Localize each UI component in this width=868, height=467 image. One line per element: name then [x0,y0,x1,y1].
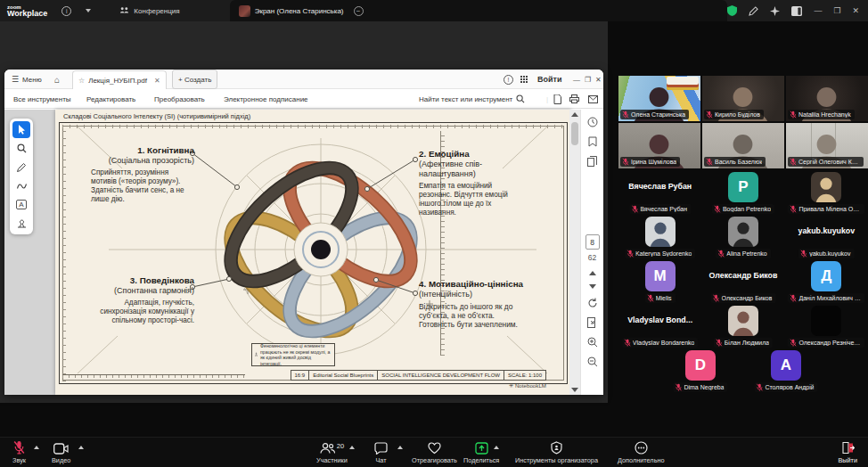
leave-meeting-button[interactable]: Выйти [838,440,857,464]
participant-video-tile[interactable]: Кирило Буділов [702,76,784,121]
muted-mic-icon [706,158,713,166]
share-options-chevron[interactable] [494,446,499,449]
search-tool-field[interactable]: Найти текст или инструмент [419,89,525,109]
close-pdf-icon[interactable]: ✕ [595,70,602,89]
participants-last-row: D Dima Negreba A Столяров Андрій [618,349,868,394]
participant-name-label: Dima Negreba [673,382,727,392]
video-options-chevron[interactable] [78,446,84,449]
tab-conference[interactable]: Конференция [111,0,188,21]
stamp-tool[interactable] [12,215,30,232]
participant-display-name: Вячеслав Рубан [618,182,701,191]
apps-waffle-icon[interactable] [520,70,528,89]
participant-tile[interactable]: yakub.kuyukov yakub.kuyukov [785,216,868,260]
scrollbar-thumb[interactable] [571,122,578,145]
stop-view-icon[interactable]: − [354,6,364,16]
participant-name-label: yakub.kuyukov [798,249,854,258]
menu-all-tools[interactable]: Все инструменты [13,89,71,109]
highlight-tool[interactable] [12,177,30,194]
participant-tile[interactable]: Kateryna Sydorenko [618,216,701,260]
participant-name-label: Олена Старинська [620,110,689,119]
page-thumbnails-icon[interactable] [587,156,597,167]
current-page-input[interactable]: 8 [585,234,600,250]
pencil-tool[interactable] [12,159,30,176]
participant-video-tile[interactable]: Олена Старинська [618,76,700,121]
close-window-icon[interactable]: ✕ [852,6,859,15]
participant-tile[interactable]: Д Даніл Михайлович Кос... [785,260,868,305]
participant-name-label: Даніл Михайлович Кос... [788,293,864,303]
menu-esign[interactable]: Электронное подписание [224,89,308,109]
participant-video-tile[interactable]: Василь Базелюк [702,123,784,168]
layout-view-icon[interactable] [791,6,802,16]
scroll-up-icon[interactable] [571,112,578,117]
participant-tile[interactable]: P Bogdan Petrenko [701,171,784,216]
audio-button[interactable]: Звук [12,440,26,464]
chat-options-chevron[interactable] [397,446,403,449]
create-button[interactable]: + Создать [172,70,217,89]
participant-video-tile[interactable]: Nataliia Hrechanyk [786,76,868,121]
participant-tile[interactable]: D Dima Negreba [659,349,741,394]
zoom-in-icon[interactable] [587,337,598,348]
document-tab[interactable]: ☆ Лекція_НУБІП.pdf ✕ [72,70,167,90]
logo-banner [667,77,699,90]
star-icon[interactable]: ☆ [78,77,85,85]
chevron-down-icon[interactable] [86,9,91,12]
menu-button[interactable]: ☰Меню [12,70,42,89]
email-icon[interactable] [588,89,598,109]
scroll-down-icon[interactable] [571,388,578,392]
react-button[interactable]: Отреагировать [412,440,457,464]
participants-button[interactable]: 20 Участники [316,440,348,464]
participant-video-tile[interactable]: Сергій Олегович Кубіц... [786,123,868,168]
print-icon[interactable] [569,89,579,109]
minimize-window-icon[interactable]: — [814,6,822,15]
participant-video-tile[interactable]: Ірина Шумілова [618,123,700,168]
tab-shared-screen[interactable]: Экран (Олена Старинська) − [230,0,728,21]
more-button[interactable]: Дополнительно [618,440,665,464]
participant-tile[interactable]: Вячеслав Рубан Вячеслав Рубан [618,171,701,216]
maximize-window-icon[interactable]: ❐ [833,6,840,15]
participant-tile[interactable]: Олександр Биков Олександр Биков [701,260,784,305]
participant-tile[interactable]: Привала Мілена Олексі... [785,171,868,216]
info-icon[interactable]: i [61,6,71,16]
participant-tile[interactable]: Vladyslav Bond... Vladyslav Bondarenko [618,305,701,349]
audio-options-chevron[interactable] [34,446,39,449]
next-page-icon[interactable] [589,284,596,289]
bookmark-icon[interactable] [588,136,597,147]
notification-icon[interactable]: ! [504,70,513,89]
pdf-viewer-window: ☰Меню ⌂ ☆ Лекція_НУБІП.pdf ✕ + Создать !… [4,70,603,395]
avatar-letter: Д [821,267,831,285]
participant-tile[interactable]: Олександр Резніченко [785,305,868,349]
add-text-tool[interactable]: A [12,196,30,213]
annotate-pencil-icon[interactable] [749,6,758,16]
participants-count-badge: 20 [337,442,344,450]
security-shield-icon[interactable] [727,5,737,16]
sign-in-button[interactable]: Войти [537,70,561,89]
avatar-letter: M [654,267,667,285]
participant-tile[interactable]: M Mielis [618,260,701,305]
maximize-pdf-icon[interactable]: ❐ [585,70,591,89]
participant-tile[interactable]: Білан Людмила [701,305,784,349]
zoom-tool[interactable] [12,140,30,157]
video-button[interactable]: Видео [52,440,70,464]
menu-edit[interactable]: Редактировать [86,89,135,109]
zoom-out-icon[interactable] [587,356,598,367]
participant-tile[interactable]: A Столяров Андрій [745,349,827,394]
rotate-icon[interactable] [587,298,598,308]
ai-sparkle-icon[interactable] [770,6,780,16]
host-tools-button[interactable]: Инструменты организатора [515,440,598,464]
select-tool[interactable] [12,121,30,138]
participants-options-chevron[interactable] [349,446,355,449]
participant-name-label: Vladyslav Bondarenko [622,338,699,348]
chat-button[interactable]: Чат [374,440,388,464]
vertical-scrollbar[interactable] [569,110,580,395]
close-tab-icon[interactable]: ✕ [154,77,160,85]
history-clock-icon[interactable] [587,117,598,127]
home-icon[interactable]: ⌂ [54,70,60,89]
participant-tile[interactable]: Alina Petrenko [701,216,784,260]
menu-convert[interactable]: Преобразовать [154,89,205,109]
share-screen-button[interactable]: Поделиться [463,440,499,464]
participant-name-label: Bogdan Petrenko [712,204,774,214]
minimize-pdf-icon[interactable]: — [573,70,580,89]
previous-page-icon[interactable] [589,271,596,275]
save-document-icon[interactable] [553,89,561,109]
fit-page-icon[interactable] [587,317,597,328]
